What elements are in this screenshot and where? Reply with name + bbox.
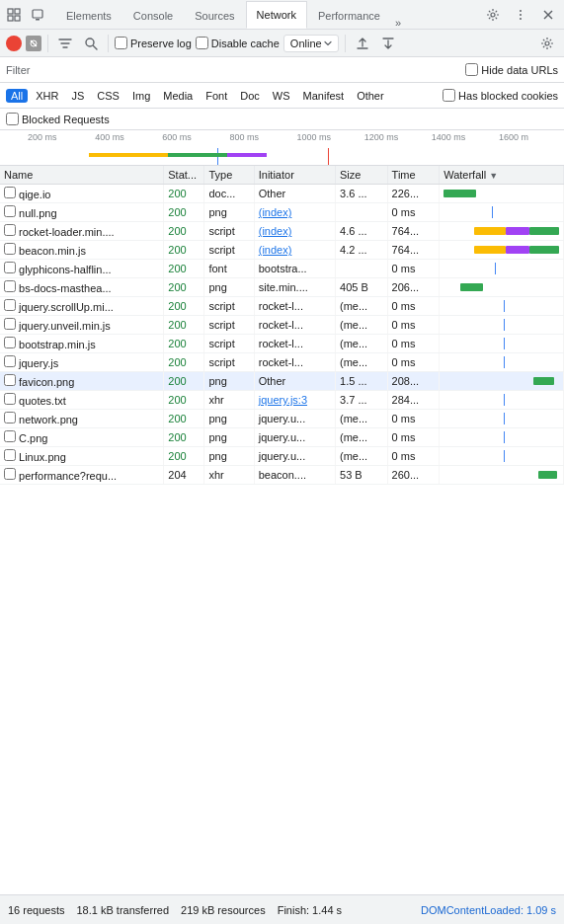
network-table-container[interactable]: Name Stat... Type Initiator Size Time — [0, 166, 564, 894]
row-checkbox[interactable] — [4, 337, 16, 348]
row-checkbox[interactable] — [4, 205, 16, 217]
th-initiator[interactable]: Initiator — [254, 166, 335, 185]
waterfall-bar-container — [443, 356, 559, 368]
table-row[interactable]: jquery.js200scriptrocket-l...(me...0 ms — [0, 353, 564, 372]
row-checkbox[interactable] — [4, 412, 16, 424]
import-har-icon[interactable] — [352, 33, 373, 54]
table-row[interactable]: null.png200png(index)0 ms — [0, 203, 564, 222]
preserve-log-checkbox[interactable] — [115, 37, 127, 49]
tab-performance[interactable]: Performance — [307, 1, 391, 29]
disable-cache-checkbox[interactable] — [196, 37, 208, 49]
th-type[interactable]: Type — [204, 166, 254, 185]
type-filter-manifest[interactable]: Manifest — [298, 89, 350, 103]
tab-console[interactable]: Console — [122, 1, 184, 29]
th-waterfall[interactable]: Waterfall ▼ — [440, 166, 564, 185]
row-checkbox[interactable] — [4, 449, 16, 461]
cell-status: 200 — [164, 203, 204, 222]
tab-more[interactable]: » — [391, 17, 405, 29]
type-filter-other[interactable]: Other — [352, 89, 389, 103]
row-checkbox[interactable] — [4, 262, 16, 273]
record-button[interactable] — [6, 36, 22, 51]
row-checkbox[interactable] — [4, 318, 16, 330]
row-checkbox[interactable] — [4, 430, 16, 442]
disable-cache-label[interactable]: Disable cache — [196, 37, 280, 49]
cell-waterfall — [440, 372, 564, 391]
type-filter-doc[interactable]: Doc — [235, 89, 265, 103]
table-row[interactable]: performance?requ...204xhrbeacon....53 B2… — [0, 466, 564, 485]
row-checkbox[interactable] — [4, 224, 16, 236]
has-blocked-cookies-checkbox[interactable] — [443, 89, 455, 102]
devtools-close-icon[interactable] — [536, 3, 560, 27]
th-size[interactable]: Size — [336, 166, 388, 185]
cell-type: png — [204, 410, 254, 428]
th-status[interactable]: Stat... — [164, 166, 204, 185]
network-throttle-select[interactable]: Online — [283, 35, 339, 52]
row-checkbox[interactable] — [4, 393, 16, 405]
type-filter-img[interactable]: Img — [127, 89, 155, 103]
devtools-settings-icon[interactable] — [481, 3, 505, 27]
table-body: qige.io200doc...Other3.6 ...226... null.… — [0, 185, 564, 485]
stop-button[interactable] — [26, 36, 41, 51]
cell-name: jquery.scrollUp.mi... — [0, 297, 164, 316]
table-row[interactable]: Linux.png200pngjquery.u...(me...0 ms — [0, 447, 564, 466]
filter-input[interactable] — [36, 64, 459, 76]
table-row[interactable]: beacon.min.js200script(index)4.2 ...764.… — [0, 241, 564, 260]
row-checkbox[interactable] — [4, 280, 16, 292]
row-checkbox[interactable] — [4, 374, 16, 386]
th-time[interactable]: Time — [387, 166, 440, 185]
row-checkbox[interactable] — [4, 243, 16, 255]
type-filter-js[interactable]: JS — [66, 89, 89, 103]
network-settings-gear-icon[interactable] — [536, 33, 558, 54]
type-filter-ws[interactable]: WS — [268, 89, 295, 103]
cell-status: 200 — [164, 391, 204, 410]
cell-size — [336, 260, 388, 278]
tab-sources[interactable]: Sources — [184, 1, 245, 29]
tab-network[interactable]: Network — [246, 1, 307, 29]
blocked-requests-label[interactable]: Blocked Requests — [6, 113, 110, 125]
table-row[interactable]: bootstrap.min.js200scriptrocket-l...(me.… — [0, 335, 564, 353]
blocked-requests-checkbox[interactable] — [6, 113, 19, 125]
filter-row: Filter Hide data URLs — [0, 57, 564, 83]
table-row[interactable]: network.png200pngjquery.u...(me...0 ms — [0, 410, 564, 428]
inspect-icon[interactable] — [4, 5, 24, 25]
cell-status: 200 — [164, 353, 204, 372]
row-checkbox[interactable] — [4, 468, 16, 480]
type-filter-css[interactable]: CSS — [92, 89, 124, 103]
preserve-log-label[interactable]: Preserve log — [115, 37, 192, 49]
type-filter-all[interactable]: All — [6, 89, 28, 103]
table-row[interactable]: glyphicons-halflin...200fontbootstra...0… — [0, 260, 564, 278]
th-name[interactable]: Name — [0, 166, 164, 185]
row-checkbox[interactable] — [4, 299, 16, 311]
table-row[interactable]: bs-docs-masthea...200pngsite.min....405 … — [0, 278, 564, 297]
type-filter-media[interactable]: Media — [158, 89, 198, 103]
cell-initiator: (index) — [254, 203, 335, 222]
cell-waterfall — [440, 278, 564, 297]
cell-initiator: (index) — [254, 222, 335, 241]
table-row[interactable]: C.png200pngjquery.u...(me...0 ms — [0, 428, 564, 447]
row-checkbox[interactable] — [4, 187, 16, 198]
devtools-menu-icon[interactable] — [509, 3, 532, 27]
cell-waterfall — [440, 241, 564, 260]
table-row[interactable]: favicon.png200pngOther1.5 ...208... — [0, 372, 564, 391]
export-har-icon[interactable] — [377, 33, 399, 54]
type-filter-xhr[interactable]: XHR — [31, 89, 63, 103]
table-row[interactable]: jquery.scrollUp.mi...200scriptrocket-l..… — [0, 297, 564, 316]
type-filter-font[interactable]: Font — [201, 89, 232, 103]
row-checkbox[interactable] — [4, 355, 16, 367]
hide-data-urls-label[interactable]: Hide data URLs — [465, 63, 558, 76]
tab-icons — [4, 5, 47, 25]
cell-name: bootstrap.min.js — [0, 335, 164, 353]
table-row[interactable]: jquery.unveil.min.js200scriptrocket-l...… — [0, 316, 564, 335]
table-row[interactable]: rocket-loader.min....200script(index)4.6… — [0, 222, 564, 241]
search-icon[interactable] — [80, 33, 102, 54]
cell-type: script — [204, 297, 254, 316]
has-blocked-cookies-label[interactable]: Has blocked cookies — [443, 89, 558, 102]
hide-data-urls-checkbox[interactable] — [465, 63, 478, 76]
tab-elements[interactable]: Elements — [55, 1, 122, 29]
table-row[interactable]: quotes.txt200xhrjquery.js:33.7 ...284... — [0, 391, 564, 410]
cell-time: 0 ms — [387, 428, 440, 447]
table-row[interactable]: qige.io200doc...Other3.6 ...226... — [0, 185, 564, 203]
device-icon[interactable] — [28, 5, 47, 25]
filter-icon[interactable] — [54, 33, 76, 54]
cell-time: 0 ms — [387, 260, 440, 278]
